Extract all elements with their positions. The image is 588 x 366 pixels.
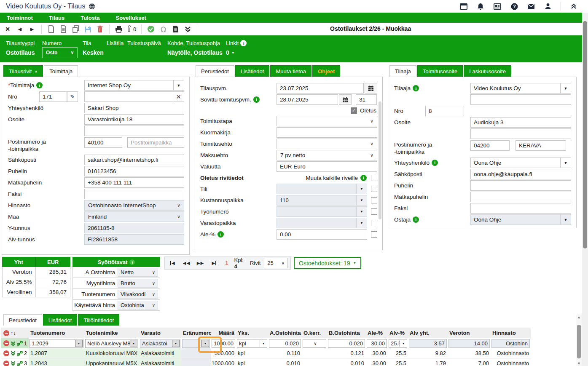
col-tuotenimike[interactable]: Tuotenimike bbox=[84, 328, 139, 338]
toimittaja-nro-field[interactable]: 171 bbox=[39, 91, 67, 102]
window-icon[interactable] bbox=[459, 2, 468, 11]
chevron-down-icon[interactable]: ▼ bbox=[356, 207, 367, 216]
matkapuhelin-field[interactable]: +358 400 111 111 bbox=[84, 177, 184, 188]
next-record-icon[interactable]: ▶ bbox=[28, 24, 36, 34]
alv-cell[interactable]: 25.5 bbox=[388, 348, 408, 358]
menu-tilaus[interactable]: Tilaus bbox=[49, 15, 64, 21]
varasto-cell[interactable]: Asiakastoi▼ bbox=[140, 339, 180, 348]
tilaaja-osoite-field[interactable]: Audiokuja 3 bbox=[470, 117, 571, 128]
document-lines-icon[interactable] bbox=[59, 24, 67, 34]
tili-select[interactable]: ▼ bbox=[277, 184, 367, 194]
sahkoposti-field[interactable]: sakari.shop@internetshop.fi bbox=[84, 155, 184, 165]
alv-cell[interactable]: 25.5 bbox=[388, 358, 408, 366]
tilaaja-postinumero-field[interactable]: 04200 bbox=[470, 140, 510, 151]
col-b-ostohinta[interactable]: B.Ostohinta bbox=[327, 328, 366, 338]
alv-cell[interactable]: 25.5▼ bbox=[389, 339, 407, 348]
chevron-down-icon[interactable]: ▼ bbox=[356, 184, 367, 194]
sort-icons[interactable]: ↑↓ bbox=[11, 330, 16, 336]
maara-cell[interactable]: 500.000 bbox=[211, 348, 236, 358]
toimitusehto-select[interactable]: ∨ bbox=[277, 139, 377, 149]
tyonumero-checkbox[interactable] bbox=[371, 208, 377, 215]
tab-muuta-tietoa[interactable]: Muuta tietoa bbox=[270, 65, 311, 77]
unlink-icon[interactable] bbox=[17, 350, 23, 356]
col-tuotenumero[interactable]: Tuotenumero bbox=[29, 328, 84, 338]
page-scrollbar-thumb[interactable] bbox=[583, 21, 587, 248]
maksuehto-select[interactable]: 7 pv netto∨ bbox=[277, 150, 377, 160]
tab-tilausrivit[interactable]: Tilausrivit▲ bbox=[3, 65, 43, 77]
info-icon[interactable]: i bbox=[360, 175, 367, 181]
tilaaja-faksi-field[interactable] bbox=[470, 203, 571, 214]
hinnasto-select[interactable]: Ostohinnasto InternetShop∨ bbox=[84, 200, 184, 211]
tilaaja-name2-field[interactable] bbox=[470, 94, 571, 105]
tilaaja-osoite2-field[interactable] bbox=[470, 128, 571, 139]
osoite-field[interactable]: Varastointikuja 18 bbox=[84, 114, 184, 125]
info-icon[interactable]: i bbox=[413, 216, 419, 223]
help-icon[interactable]: ? bbox=[510, 2, 518, 11]
dropdown-button[interactable]: ▼ bbox=[260, 340, 267, 347]
chevron-down-icon[interactable]: ▼ bbox=[356, 195, 367, 205]
eranumero-cell[interactable] bbox=[181, 358, 211, 366]
col-veroton[interactable]: Veroton bbox=[448, 328, 491, 338]
tab-ohjeet[interactable]: Ohjeet bbox=[312, 65, 340, 77]
tab-tilaaja[interactable]: Tilaaja bbox=[389, 65, 416, 77]
toimitustapa-select[interactable]: ∨ bbox=[277, 116, 377, 126]
kustannuspaikka-select[interactable]: 110▼ bbox=[277, 195, 367, 206]
menu-tulosta[interactable]: Tulosta bbox=[81, 15, 99, 21]
tuotenumero-cell[interactable]: 1.2043 bbox=[29, 358, 84, 366]
dropdown-button[interactable]: ▼ bbox=[400, 340, 407, 347]
unlink-icon[interactable] bbox=[17, 340, 23, 346]
toimipaikka-field[interactable]: Postitoimipaikka bbox=[127, 137, 184, 148]
ale-cell[interactable]: 30.00 bbox=[366, 358, 388, 366]
col-alv[interactable]: Alv-% bbox=[388, 328, 408, 338]
first-page-button[interactable]: ◀ bbox=[167, 258, 178, 268]
omega-icon[interactable] bbox=[159, 24, 167, 34]
ale-checkbox[interactable] bbox=[371, 231, 377, 238]
tuotenumero-cell[interactable]: 1.2087 bbox=[29, 348, 84, 358]
page-scrollbar[interactable] bbox=[582, 13, 588, 366]
col-alv-yht[interactable]: Alv yht. bbox=[408, 328, 448, 338]
page-size-select[interactable]: 25∨ bbox=[264, 258, 288, 268]
dropdown-button[interactable]: ▼ bbox=[130, 340, 137, 347]
unlink-icon[interactable] bbox=[17, 361, 23, 366]
menu-sovellukset[interactable]: Sovellukset bbox=[115, 15, 146, 21]
ale-field[interactable]: 0.00 bbox=[277, 229, 367, 240]
previous-record-icon[interactable]: ◀ bbox=[16, 24, 24, 34]
maara-cell[interactable]: 1000.00 bbox=[212, 339, 235, 348]
a-ostohinta-cell[interactable]: 0.110 bbox=[268, 348, 302, 358]
notifications-bell-icon[interactable] bbox=[476, 2, 485, 11]
o-kerr-cell[interactable] bbox=[302, 348, 327, 358]
eranumero-cell[interactable] bbox=[181, 348, 211, 358]
collapse-chevrons-icon[interactable] bbox=[569, 2, 578, 11]
scroll-down-icon[interactable]: ▼ bbox=[576, 361, 582, 366]
o-kerr-cell[interactable] bbox=[302, 358, 327, 366]
col-varasto[interactable]: Varasto bbox=[139, 328, 181, 338]
info-icon[interactable]: i bbox=[36, 82, 43, 88]
tab-toimittaja[interactable]: Toimittaja bbox=[44, 65, 78, 77]
calendar-icon[interactable] bbox=[339, 94, 352, 105]
tilaaja-nro-field[interactable]: 8 bbox=[425, 106, 464, 116]
muuta-kaikille-checkbox[interactable] bbox=[371, 175, 377, 181]
maara-cell[interactable]: 1000.000 bbox=[211, 358, 236, 366]
delete-icon[interactable] bbox=[96, 24, 104, 34]
kuormakirja-field[interactable] bbox=[277, 127, 377, 138]
o-kerr-cell[interactable]: ∨ bbox=[303, 339, 326, 348]
col-hinnasto[interactable]: Hinnasto bbox=[491, 328, 531, 338]
puhelin-field[interactable]: 010123456 bbox=[84, 166, 184, 176]
tab-lisatiedot[interactable]: Lisätiedot bbox=[235, 65, 270, 77]
yks-cell[interactable]: kpl bbox=[236, 348, 268, 358]
tuotenumero-cell[interactable]: 1.2029▼ bbox=[30, 339, 83, 348]
info-icon[interactable]: i bbox=[240, 40, 247, 46]
tilaaja-matkapuhelin-field[interactable] bbox=[470, 192, 571, 202]
col-a-ostohinta[interactable]: A.Ostohinta bbox=[268, 328, 302, 338]
linkit-value[interactable]: 0▼ bbox=[226, 49, 235, 56]
col-eranumero[interactable]: Eränumero bbox=[181, 328, 211, 338]
remove-row-icon[interactable] bbox=[3, 350, 9, 356]
eranumero-dropdown-button[interactable]: ▼ bbox=[201, 340, 209, 347]
save-icon[interactable] bbox=[83, 24, 92, 34]
tab-grid-tiliointitiedot[interactable]: Tiliöintitiedot bbox=[78, 314, 119, 326]
info-icon[interactable]: i bbox=[432, 160, 438, 166]
b-ostohinta-cell[interactable]: 0.020 bbox=[328, 339, 365, 348]
dropdown-button[interactable]: ▼ bbox=[75, 340, 83, 347]
toimitusaika-paivat-field[interactable]: 31 bbox=[356, 94, 377, 105]
chevron-down-icon[interactable]: ▼ bbox=[560, 214, 571, 225]
